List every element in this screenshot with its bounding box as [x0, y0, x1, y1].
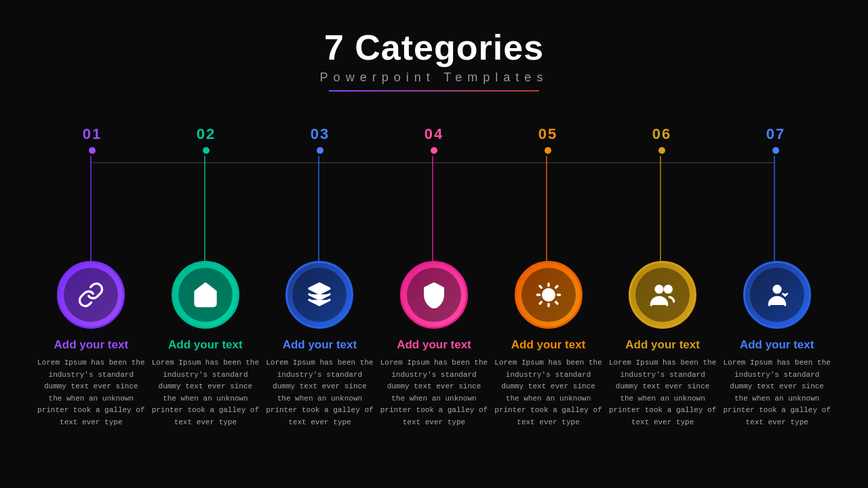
number-label-6: 06: [652, 125, 671, 143]
title-underline: [329, 90, 539, 92]
category-icon-5: [515, 261, 583, 329]
number-label-7: 07: [766, 125, 785, 143]
layers-icon: [306, 281, 333, 308]
number-dot-2: [203, 147, 210, 154]
category-desc-2: Lorem Ipsum has been the industry's stan…: [151, 357, 260, 429]
category-item-2: Add your text Lorem Ipsum has been the i…: [151, 261, 260, 429]
number-label-2: 02: [197, 125, 216, 143]
category-title-6: Add your text: [625, 338, 700, 352]
num-item-2: 02: [149, 125, 263, 154]
numbers-row: 01 02 03 04 05 06: [34, 125, 834, 154]
number-dot-3: [317, 147, 323, 154]
people-icon: [649, 281, 676, 308]
icons-row: Add your text Lorem Ipsum has been the i…: [34, 261, 834, 429]
category-item-3: Add your text Lorem Ipsum has been the i…: [265, 261, 374, 429]
num-item-3: 03: [263, 125, 377, 154]
category-icon-3: [285, 261, 353, 329]
category-desc-4: Lorem Ipsum has been the industry's stan…: [380, 357, 488, 429]
number-label-5: 05: [538, 125, 557, 143]
category-desc-7: Lorem Ipsum has been the industry's stan…: [723, 357, 831, 429]
svg-point-18: [774, 286, 781, 293]
number-label-4: 04: [425, 125, 443, 143]
category-icon-7: [743, 261, 811, 329]
category-desc-6: Lorem Ipsum has been the industry's stan…: [608, 357, 717, 429]
home-upload-icon: [192, 281, 219, 308]
number-dot-5: [545, 147, 551, 154]
sun-icon: [535, 281, 562, 308]
number-dot-7: [772, 147, 779, 154]
category-icon-2: [172, 261, 239, 329]
category-desc-5: Lorem Ipsum has been the industry's stan…: [494, 357, 603, 429]
number-dot-6: [658, 147, 665, 154]
category-title-5: Add your text: [511, 338, 586, 352]
category-title-2: Add your text: [168, 338, 243, 352]
subtitle: Powerpoint Templates: [320, 70, 549, 85]
category-item-5: Add your text Lorem Ipsum has been the i…: [494, 261, 603, 429]
shield-check-icon: [420, 281, 448, 308]
svg-point-15: [542, 289, 554, 301]
category-item-7: Add your text Lorem Ipsum has been the i…: [723, 261, 831, 429]
number-dot-4: [431, 147, 437, 154]
num-item-4: 04: [377, 125, 491, 154]
svg-point-17: [665, 286, 671, 293]
category-item-1: Add your text Lorem Ipsum has been the i…: [37, 261, 145, 429]
category-title-1: Add your text: [54, 338, 129, 352]
num-item-1: 01: [35, 125, 149, 154]
category-desc-1: Lorem Ipsum has been the industry's stan…: [37, 357, 145, 429]
header: 7 Categories Powerpoint Templates: [320, 27, 549, 92]
number-dot-1: [89, 147, 96, 154]
category-icon-1: [57, 261, 125, 329]
num-item-7: 07: [719, 125, 833, 154]
number-label-3: 03: [311, 125, 330, 143]
num-item-6: 06: [605, 125, 719, 154]
slide: 7 Categories Powerpoint Templates 01 02 …: [0, 0, 868, 488]
category-item-6: Add your text Lorem Ipsum has been the i…: [608, 261, 717, 429]
num-item-5: 05: [491, 125, 605, 154]
main-title: 7 Categories: [320, 27, 549, 68]
number-label-1: 01: [83, 125, 102, 143]
category-desc-3: Lorem Ipsum has been the industry's stan…: [265, 357, 374, 429]
team-icon: [764, 281, 791, 308]
category-icon-6: [629, 261, 696, 329]
category-icon-4: [400, 261, 468, 329]
category-title-3: Add your text: [283, 338, 357, 352]
category-title-4: Add your text: [397, 338, 471, 352]
svg-point-16: [656, 286, 663, 293]
link-icon: [77, 281, 104, 308]
timeline-area: 01 02 03 04 05 06: [34, 125, 834, 410]
category-item-4: Add your text Lorem Ipsum has been the i…: [380, 261, 488, 429]
category-title-7: Add your text: [740, 338, 814, 352]
